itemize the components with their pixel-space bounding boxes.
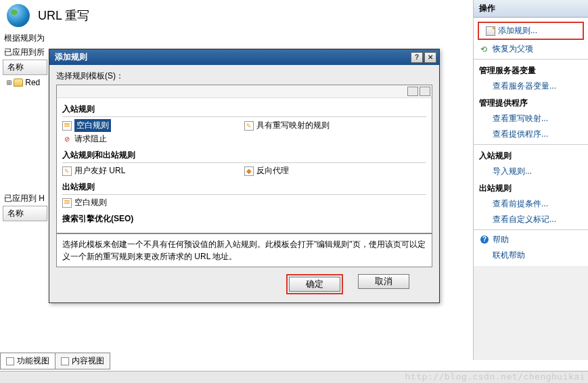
template-list: 入站规则 空白规则 具有重写映射的规则	[56, 85, 432, 233]
template-friendly-url-label: 用户友好 URL	[74, 165, 125, 177]
column-header-name[interactable]: 名称	[3, 60, 47, 75]
template-request-block-label: 请求阻止	[74, 133, 107, 145]
proxy-icon: ◆	[244, 166, 254, 176]
template-mapping-rule[interactable]: 具有重写映射的规则	[244, 118, 426, 133]
sidebar-import-rules[interactable]: 导入规则...	[474, 164, 588, 179]
template-reverse-proxy-label: 反向代理	[256, 165, 289, 177]
section-inbound-outbound: 入站规则和出站规则	[62, 145, 426, 163]
add-rule-highlight: ＊添加规则...	[478, 22, 584, 40]
ok-button[interactable]: 确定	[289, 277, 340, 292]
sidebar-restore-parent[interactable]: 恢复为父项	[474, 41, 588, 57]
info-line-1: 根据规则为	[0, 31, 473, 45]
view-list-button[interactable]	[420, 87, 430, 96]
sidebar-view-tags[interactable]: 查看自定义标记...	[474, 212, 588, 227]
page-title: URL 重写	[38, 7, 89, 24]
actions-sidebar: 操作 ＊添加规则... 恢复为父项 管理服务器变量 查看服务器变量... 管理提…	[473, 0, 588, 360]
template-blank-rule[interactable]: 空白规则	[62, 118, 244, 133]
dialog-close-button[interactable]: ✕	[424, 52, 436, 63]
sidebar-section-inbound: 入站规则	[474, 147, 588, 164]
template-outbound-blank[interactable]: 空白规则	[62, 196, 244, 209]
section-inbound: 入站规则	[62, 99, 426, 117]
tree-item-label: Red	[25, 78, 40, 87]
expand-icon[interactable]: ⊞	[7, 78, 12, 87]
template-outbound-blank-label: 空白规则	[74, 197, 107, 208]
edit-icon	[244, 121, 254, 131]
feature-view-icon	[6, 357, 14, 365]
ok-highlight: 确定	[286, 274, 343, 294]
document-icon	[62, 198, 72, 208]
cancel-button[interactable]: 取消	[358, 274, 409, 289]
sidebar-online-help[interactable]: 联机帮助	[474, 248, 588, 263]
sidebar-section-vars: 管理服务器变量	[474, 62, 588, 78]
folder-icon	[14, 78, 23, 87]
denied-icon: ⊘	[62, 135, 72, 144]
sidebar-help[interactable]: 帮助	[474, 232, 588, 248]
template-description: 选择此模板来创建一个不具有任何预设值的新入站规则。此模板会打开"编辑规则"页，使…	[56, 233, 432, 267]
url-rewrite-icon	[7, 4, 30, 27]
dialog-title: 添加规则	[55, 51, 411, 63]
sidebar-section-outbound: 出站规则	[474, 179, 588, 196]
section-seo: 搜索引擎优化(SEO)	[62, 209, 426, 226]
sidebar-view-vars[interactable]: 查看服务器变量...	[474, 78, 588, 94]
template-request-block[interactable]: ⊘ 请求阻止	[62, 133, 244, 145]
tab-content-view[interactable]: 内容视图	[55, 353, 110, 369]
sidebar-view-providers[interactable]: 查看提供程序...	[474, 127, 588, 142]
section-outbound: 出站规则	[62, 177, 426, 195]
sidebar-view-mapping[interactable]: 查看重写映射...	[474, 111, 588, 127]
column-header-name-2[interactable]: 名称	[3, 206, 47, 221]
sidebar-header: 操作	[474, 0, 588, 18]
template-reverse-proxy[interactable]: ◆ 反向代理	[244, 164, 426, 177]
edit-icon	[62, 166, 72, 176]
sidebar-view-conditions[interactable]: 查看前提条件...	[474, 196, 588, 212]
template-blank-rule-label: 空白规则	[74, 119, 111, 132]
sidebar-section-providers: 管理提供程序	[474, 94, 588, 111]
template-label: 选择规则模板(S)：	[56, 70, 432, 82]
template-friendly-url[interactable]: 用户友好 URL	[62, 164, 244, 177]
watermark: http://blog.csdn.net/chenghuikai	[405, 371, 585, 382]
add-rule-dialog: 添加规则 ? ✕ 选择规则模板(S)： 入站规则	[49, 49, 440, 303]
sidebar-add-rule[interactable]: ＊添加规则...	[479, 23, 583, 39]
template-mapping-rule-label: 具有重写映射的规则	[256, 120, 330, 131]
dialog-help-button[interactable]: ?	[411, 52, 423, 63]
document-icon	[62, 121, 72, 131]
tab-feature-view[interactable]: 功能视图	[0, 353, 55, 369]
content-view-icon	[61, 357, 69, 365]
view-icons-button[interactable]	[407, 87, 418, 96]
